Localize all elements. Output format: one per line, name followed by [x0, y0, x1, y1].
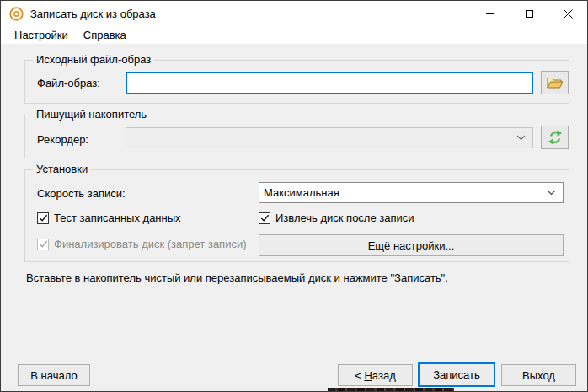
checkbox-checked-icon [259, 212, 270, 224]
status-text: Вставьте в накопитель чистый или перезап… [26, 271, 448, 284]
close-button[interactable] [548, 1, 587, 26]
exit-button-label: Выход [522, 369, 555, 382]
minimize-button[interactable] [471, 1, 510, 26]
group-recorder: Пишущий накопитель Рекордер: [24, 115, 569, 158]
window-controls [471, 1, 587, 26]
dialog-burn-disc-from-image: Записать диск из образа Настройки Справк… [0, 0, 588, 392]
group-settings-title: Установки [33, 163, 91, 175]
checkbox-checked-icon [37, 239, 49, 250]
back-button[interactable]: < Назад [338, 364, 413, 386]
minimize-icon [486, 13, 494, 14]
burn-button-label: Записать [433, 368, 480, 381]
checkbox-finalize-disc: Финализировать диск (запрет записи) [37, 238, 247, 250]
write-speed-label: Скорость записи: [37, 187, 126, 200]
open-folder-icon [546, 76, 564, 90]
burn-button[interactable]: Записать [418, 362, 495, 387]
checkbox-test-data[interactable]: Тест записанных данных [37, 212, 181, 224]
background-window-fragment [328, 388, 454, 392]
chevron-down-icon [516, 135, 526, 141]
write-speed-value: Максимальная [264, 186, 339, 199]
home-button[interactable]: В начало [18, 364, 90, 386]
menu-help-accel: С [83, 29, 91, 41]
checkbox-finalize-disc-label: Финализировать диск (запрет записи) [54, 238, 247, 250]
menu-bar: Настройки Справка [1, 26, 587, 44]
refresh-icon [548, 130, 563, 145]
group-settings: Установки Скорость записи: Максимальная … [24, 169, 569, 262]
home-button-label: В начало [30, 369, 77, 382]
checkbox-test-data-label: Тест записанных данных [54, 212, 181, 224]
group-source-title: Исходный файл-образ [33, 53, 154, 66]
close-icon [564, 9, 573, 19]
maximize-button[interactable] [510, 1, 548, 26]
menu-help[interactable]: Справка [76, 27, 134, 43]
checkbox-checked-icon [37, 212, 49, 224]
exit-button[interactable]: Выход [501, 364, 576, 386]
more-settings-button[interactable]: Ещё настройки... [259, 234, 564, 256]
write-speed-select[interactable]: Максимальная [259, 182, 564, 203]
image-file-label: Файл-образ: [37, 77, 100, 89]
menu-settings[interactable]: Настройки [7, 27, 76, 43]
refresh-recorders-button[interactable] [541, 126, 569, 149]
disc-icon [9, 7, 24, 21]
back-button-label: азад [372, 369, 396, 382]
group-source-image: Исходный файл-образ Файл-образ: [24, 60, 569, 104]
menu-settings-accel: Н [14, 29, 22, 41]
titlebar: Записать диск из образа [1, 1, 587, 26]
text-caret [131, 77, 131, 90]
recorder-label: Рекордер: [37, 133, 88, 146]
checkbox-eject-disc[interactable]: Извлечь диск после записи [259, 212, 414, 224]
menu-help-label: правка [91, 29, 126, 41]
maximize-icon [526, 10, 533, 18]
group-recorder-title: Пишущий накопитель [33, 108, 150, 121]
more-settings-button-label: Ещё настройки... [368, 239, 455, 252]
image-file-input[interactable] [126, 72, 533, 94]
window-title: Записать диск из образа [30, 8, 156, 20]
back-button-accel: Н [364, 369, 372, 382]
browse-image-button[interactable] [541, 71, 569, 94]
back-button-prefix: < [355, 369, 364, 382]
chevron-down-icon [547, 190, 556, 196]
recorder-select [126, 127, 533, 148]
checkbox-eject-disc-label: Извлечь диск после записи [275, 212, 414, 224]
menu-settings-label: астройки [22, 29, 67, 41]
